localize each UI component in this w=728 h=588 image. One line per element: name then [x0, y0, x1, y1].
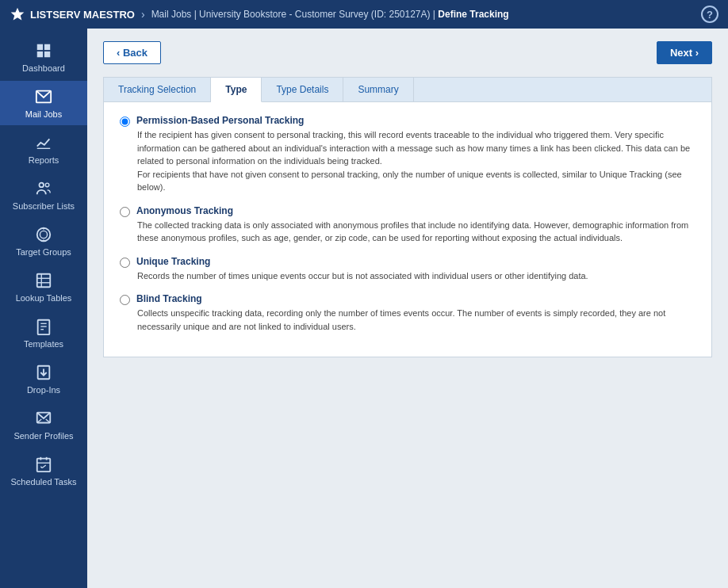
sidebar-item-scheduled-tasks-label: Scheduled Tasks	[11, 477, 77, 487]
sidebar: Dashboard Mail Jobs Reports Subscriber L…	[0, 29, 87, 588]
templates-icon	[33, 317, 55, 336]
svg-rect-3	[37, 52, 43, 57]
radio-title-anonymous: Anonymous Tracking	[136, 205, 233, 216]
radio-title-blind: Blind Tracking	[136, 293, 202, 304]
svg-rect-17	[38, 320, 50, 334]
radio-desc-unique: Records the number of times unique event…	[137, 269, 695, 283]
radio-blind[interactable]	[120, 295, 130, 305]
sidebar-item-sender-profiles-label: Sender Profiles	[13, 431, 73, 441]
radio-title-unique: Unique Tracking	[136, 256, 210, 267]
scheduled-icon	[33, 455, 55, 474]
help-button[interactable]: ?	[701, 6, 718, 23]
svg-marker-0	[11, 8, 25, 21]
svg-point-7	[40, 183, 44, 188]
sender-icon	[33, 409, 55, 428]
sidebar-item-subscriber-lists[interactable]: Subscriber Lists	[0, 173, 87, 217]
breadcrumb-chevron: ›	[141, 8, 145, 21]
main-content: ‹ Back Next › Tracking Selection Type Ty…	[87, 29, 728, 588]
option-unique: Unique Tracking Records the number of ti…	[120, 256, 695, 283]
svg-rect-4	[44, 52, 50, 57]
sidebar-item-drop-ins[interactable]: Drop-Ins	[0, 357, 87, 401]
dropins-icon	[33, 363, 55, 382]
top-bar: LISTSERV MAESTRO › Mail Jobs | Universit…	[0, 0, 728, 29]
sidebar-item-target-groups[interactable]: Target Groups	[0, 219, 87, 263]
tab-container: Tracking Selection Type Type Details Sum…	[103, 77, 712, 357]
svg-line-31	[42, 465, 46, 468]
radio-desc-blind: Collects unspecific tracking data, recor…	[137, 307, 695, 333]
button-row: ‹ Back Next ›	[103, 41, 712, 64]
option-blind: Blind Tracking Collects unspecific track…	[120, 293, 695, 333]
sidebar-item-reports-label: Reports	[29, 155, 59, 165]
option-anonymous: Anonymous Tracking The collected trackin…	[120, 205, 695, 245]
tab-summary[interactable]: Summary	[343, 78, 413, 101]
target-icon	[33, 225, 55, 244]
app-logo: LISTSERV MAESTRO	[10, 6, 135, 22]
radio-label-anonymous[interactable]: Anonymous Tracking	[120, 205, 695, 217]
sidebar-item-dashboard-label: Dashboard	[22, 63, 65, 73]
radio-unique[interactable]	[120, 258, 130, 268]
logo-icon	[10, 6, 25, 22]
radio-label-unique[interactable]: Unique Tracking	[120, 256, 695, 268]
sidebar-item-scheduled-tasks[interactable]: Scheduled Tasks	[0, 449, 87, 493]
radio-desc-anonymous: The collected tracking data is only asso…	[137, 219, 695, 245]
breadcrumb: Mail Jobs | University Bookstore - Custo…	[151, 9, 701, 20]
svg-rect-1	[37, 44, 43, 50]
tab-type-details[interactable]: Type Details	[262, 78, 343, 101]
reports-icon	[33, 133, 55, 152]
sidebar-item-dashboard[interactable]: Dashboard	[0, 35, 87, 79]
sidebar-item-sender-profiles[interactable]: Sender Profiles	[0, 403, 87, 447]
sidebar-item-reports[interactable]: Reports	[0, 127, 87, 171]
radio-title-permission-based: Permission-Based Personal Tracking	[136, 115, 304, 126]
sidebar-item-mail-jobs[interactable]: Mail Jobs	[0, 81, 87, 125]
svg-point-10	[40, 231, 47, 238]
radio-label-blind[interactable]: Blind Tracking	[120, 293, 695, 305]
svg-rect-13	[37, 274, 51, 288]
sidebar-item-subscriber-lists-label: Subscriber Lists	[13, 201, 75, 211]
sidebar-item-drop-ins-label: Drop-Ins	[27, 385, 60, 395]
tab-content: Permission-Based Personal Tracking If th…	[104, 102, 711, 357]
sidebar-item-lookup-tables[interactable]: Lookup Tables	[0, 265, 87, 309]
radio-anonymous[interactable]	[120, 207, 130, 217]
svg-rect-2	[44, 44, 50, 50]
radio-permission-based[interactable]	[120, 116, 130, 127]
radio-desc-permission-based: If the recipient has given consent to pe…	[137, 128, 695, 194]
subscribers-icon	[33, 179, 55, 198]
svg-line-30	[40, 467, 42, 468]
lookup-icon	[33, 271, 55, 290]
mail-icon	[33, 87, 55, 106]
next-button[interactable]: Next ›	[657, 41, 712, 64]
sidebar-item-templates[interactable]: Templates	[0, 311, 87, 355]
tab-tracking-selection[interactable]: Tracking Selection	[104, 78, 211, 101]
dashboard-icon	[33, 41, 55, 60]
sidebar-item-mail-jobs-label: Mail Jobs	[25, 109, 62, 119]
back-button[interactable]: ‹ Back	[103, 41, 161, 64]
tab-type[interactable]: Type	[211, 78, 262, 102]
sidebar-item-lookup-tables-label: Lookup Tables	[16, 293, 72, 303]
svg-point-8	[45, 183, 49, 187]
radio-label-permission-based[interactable]: Permission-Based Personal Tracking	[120, 115, 695, 127]
svg-point-9	[37, 228, 51, 242]
svg-rect-26	[37, 459, 51, 472]
sidebar-item-target-groups-label: Target Groups	[16, 247, 71, 257]
app-name: LISTSERV MAESTRO	[30, 9, 135, 21]
tabs: Tracking Selection Type Type Details Sum…	[104, 78, 711, 102]
option-permission-based: Permission-Based Personal Tracking If th…	[120, 115, 695, 194]
sidebar-item-templates-label: Templates	[24, 339, 63, 349]
